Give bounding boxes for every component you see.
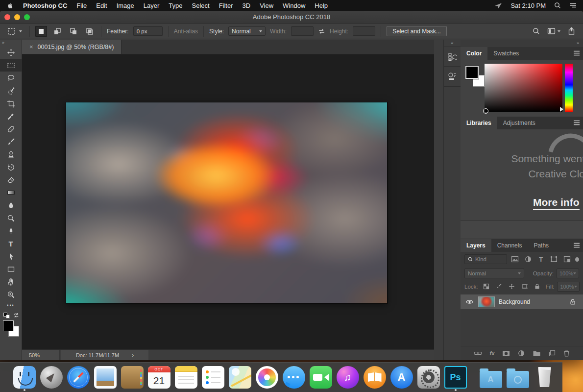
dock-icon-finder[interactable] [11, 363, 38, 392]
dock-icon-folder-downloads[interactable] [504, 363, 531, 392]
fill-input[interactable]: 100% [557, 282, 580, 292]
intersect-selection-mode-button[interactable] [84, 26, 96, 37]
lock-pixels-icon[interactable] [494, 282, 505, 291]
tab-paths[interactable]: Paths [528, 239, 555, 252]
dock-icon-facetime[interactable] [307, 363, 334, 392]
color-field-cursor[interactable] [483, 108, 488, 114]
menu-view[interactable]: View [260, 2, 273, 9]
dock-icon-system-preferences[interactable] [415, 363, 442, 392]
tab-adjustments[interactable]: Adjustments [497, 117, 541, 129]
menu-window[interactable]: Window [283, 2, 305, 9]
zoom-level-input[interactable]: 50% [22, 350, 60, 360]
filter-toggle-icon[interactable] [575, 257, 579, 262]
hand-tool[interactable] [0, 275, 22, 288]
expand-panels-icon[interactable]: « [444, 40, 461, 47]
menu-edit[interactable]: Edit [96, 2, 107, 9]
lock-transparency-icon[interactable] [481, 282, 492, 291]
more-info-link[interactable]: More info [533, 196, 580, 210]
filter-shape-layers-icon[interactable] [549, 255, 559, 264]
hue-slider[interactable] [565, 64, 573, 112]
menu-file[interactable]: File [76, 2, 87, 9]
dock-icon-messages[interactable] [280, 363, 307, 392]
eraser-tool[interactable] [0, 173, 22, 186]
document-tab[interactable]: × 00015.jpg @ 50% (RGB/8#) [22, 40, 121, 54]
canvas-image[interactable] [66, 102, 387, 303]
panel-menu-icon[interactable] [573, 243, 580, 248]
delete-layer-icon[interactable] [563, 350, 570, 357]
quick-selection-tool[interactable] [0, 84, 22, 97]
add-selection-mode-button[interactable] [51, 26, 63, 37]
select-and-mask-button[interactable]: Select and Mask... [387, 26, 447, 36]
panel-color-swatches[interactable] [465, 66, 487, 89]
brush-tool[interactable] [0, 135, 22, 148]
dodge-tool[interactable] [0, 212, 22, 224]
layer-filter-kind-select[interactable]: Kind [464, 254, 507, 264]
dock-icon-safari[interactable] [65, 363, 92, 392]
filter-smart-objects-icon[interactable] [562, 255, 572, 264]
dock-icon-photoshop[interactable]: Ps [442, 363, 469, 392]
notification-center-icon[interactable] [569, 2, 577, 8]
hue-slider-arrow[interactable] [560, 107, 563, 112]
swap-dimensions-icon[interactable] [318, 28, 325, 35]
search-icon[interactable] [533, 27, 540, 35]
dock-icon-launchpad[interactable] [38, 363, 65, 392]
lasso-tool[interactable] [0, 72, 22, 84]
style-select[interactable]: Normal [228, 26, 266, 36]
move-tool[interactable] [0, 46, 22, 59]
dock-icon-trash[interactable] [531, 363, 558, 392]
zoom-window-button[interactable] [24, 14, 30, 20]
lock-all-icon[interactable] [532, 282, 543, 291]
dock-icon-contacts[interactable] [119, 363, 146, 392]
default-colors-widget[interactable] [0, 312, 22, 319]
minimize-window-button[interactable] [14, 14, 20, 20]
type-tool[interactable] [0, 237, 22, 250]
tab-color[interactable]: Color [461, 47, 487, 60]
menu-help[interactable]: Help [315, 2, 328, 9]
tab-channels[interactable]: Channels [491, 239, 528, 252]
tab-libraries[interactable]: Libraries [461, 117, 497, 129]
eyedropper-tool[interactable] [0, 110, 22, 122]
history-panel-icon[interactable] [444, 47, 461, 67]
rectangular-marquee-tool[interactable] [0, 59, 22, 72]
zoom-tool[interactable] [0, 288, 22, 301]
menu-extra-icon[interactable] [494, 2, 502, 9]
tab-layers[interactable]: Layers [461, 239, 491, 252]
close-window-button[interactable] [4, 14, 10, 20]
height-input[interactable] [353, 26, 375, 36]
dock-icon-photos[interactable] [253, 363, 280, 392]
dock-icon-app-store[interactable] [388, 363, 415, 392]
spotlight-search-icon[interactable] [554, 2, 561, 9]
layer-style-icon[interactable] [490, 350, 495, 356]
layer-lock-icon[interactable] [569, 298, 579, 305]
tool-preset-picker[interactable] [5, 26, 24, 37]
lock-position-icon[interactable] [507, 282, 517, 291]
panel-menu-icon[interactable] [573, 50, 580, 56]
new-adjustment-layer-icon[interactable] [518, 350, 525, 357]
close-tab-icon[interactable]: × [29, 43, 33, 50]
clone-stamp-tool[interactable] [0, 148, 22, 161]
menubar-clock[interactable]: Sat 2:10 PM [510, 2, 546, 9]
layer-thumbnail[interactable] [478, 296, 495, 307]
foreground-color-swatch[interactable] [3, 320, 14, 331]
collapse-panels-icon[interactable]: » [577, 40, 579, 47]
dock-icon-reminders[interactable] [199, 363, 226, 392]
dock-icon-folder-applications[interactable]: A [477, 363, 504, 392]
pen-tool[interactable] [0, 224, 22, 237]
dock-icon-calendar[interactable]: OCT 21 [146, 363, 172, 392]
menu-3d[interactable]: 3D [243, 2, 251, 9]
add-layer-mask-icon[interactable] [502, 350, 510, 357]
opacity-input[interactable]: 100% [557, 269, 579, 278]
menu-type[interactable]: Type [169, 2, 182, 9]
menu-image[interactable]: Image [117, 2, 134, 9]
document-info[interactable]: Doc: 11.7M/11.7M › [61, 350, 148, 360]
spot-healing-brush-tool[interactable] [0, 122, 22, 135]
antialias-checkbox-label[interactable]: Anti-alias [174, 28, 198, 35]
menu-app-name[interactable]: Photoshop CC [23, 2, 67, 9]
layer-visibility-icon[interactable] [464, 299, 474, 305]
rectangle-tool[interactable] [0, 263, 22, 275]
dock-icon-mail[interactable] [92, 363, 119, 392]
foreground-color-swatch[interactable] [465, 66, 479, 79]
blend-mode-select[interactable]: Normal [464, 269, 524, 278]
apple-menu-icon[interactable] [6, 1, 14, 9]
blur-tool[interactable] [0, 199, 22, 212]
